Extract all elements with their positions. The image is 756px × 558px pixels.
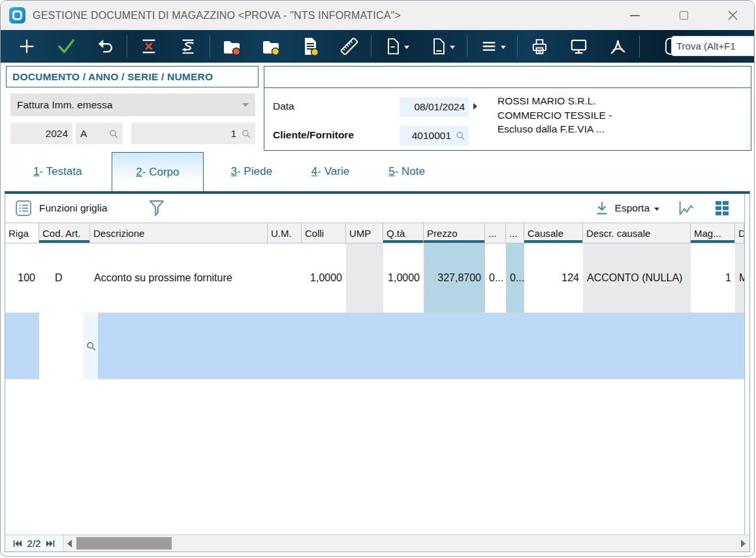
print-button[interactable] <box>520 30 559 63</box>
cell-causale[interactable]: 124 <box>524 243 583 313</box>
column-header-descr-causale[interactable]: Descr. causale <box>583 223 691 243</box>
column-header-riga[interactable]: Riga <box>5 223 39 243</box>
cell-riga[interactable]: 100 <box>5 243 39 313</box>
column-header-cod-art[interactable]: Cod. Art. <box>39 223 90 243</box>
column-header-colli[interactable]: Colli <box>302 223 346 243</box>
chevron-down-icon <box>450 46 455 49</box>
scroll-right-icon[interactable] <box>741 540 746 548</box>
cell-colli[interactable]: 1,0000 <box>302 243 346 313</box>
find-input[interactable]: Trova (Alt+F1 <box>671 36 754 56</box>
folder-yellow-icon <box>260 36 281 57</box>
cell-descr-causale[interactable]: ACCONTO (NULLA) <box>583 243 691 313</box>
delete-row-button[interactable] <box>129 30 168 63</box>
data-field[interactable]: 08/01/2024 <box>400 97 469 117</box>
detail-header-strip <box>264 67 751 88</box>
cod-art-edit-cell[interactable] <box>39 313 84 379</box>
tab-piede[interactable]: 3 - Piede <box>222 152 281 191</box>
column-header-qta[interactable]: Q.tà <box>383 223 424 243</box>
cliente-info: ROSSI MARIO S.R.L. COMMERCIO TESSILE - E… <box>497 94 612 136</box>
selected-row-remainder[interactable] <box>98 313 744 379</box>
search-icon[interactable] <box>456 131 465 140</box>
open-archive-button[interactable] <box>251 30 291 63</box>
grid-functions-icon[interactable] <box>14 199 33 217</box>
cell-um[interactable] <box>268 243 302 313</box>
menu-button[interactable] <box>469 30 515 63</box>
document-type-dropdown[interactable]: Fattura Imm. emessa <box>10 93 255 116</box>
chart-icon[interactable] <box>676 199 696 217</box>
horizontal-scrollbar[interactable] <box>63 535 749 551</box>
open-document-button[interactable] <box>212 30 251 63</box>
main-toolbar: Trova (Alt+F1 <box>1 30 754 63</box>
column-header-um[interactable]: U.M. <box>268 223 302 243</box>
document-panel: DOCUMENTO / ANNO / SERIE / NUMERO Fattur… <box>1 63 754 152</box>
document-options-button[interactable] <box>373 30 419 63</box>
anno-field[interactable]: 2024 <box>10 123 72 144</box>
export-button[interactable]: Esporta <box>593 200 659 217</box>
cell-qta[interactable]: 1,0000 <box>383 243 424 313</box>
numero-field[interactable]: 1 <box>131 123 255 144</box>
toolbar-separator <box>127 35 127 57</box>
column-header-dots1[interactable]: ... <box>485 223 506 243</box>
lookup-button[interactable] <box>84 313 98 379</box>
scroll-left-icon[interactable] <box>67 540 72 548</box>
cell-dots1[interactable]: 0... <box>485 243 506 313</box>
column-header-prezzo[interactable]: Prezzo <box>424 223 485 243</box>
document-type-value: Fattura Imm. emessa <box>17 99 112 111</box>
record-counter: 2/2 <box>27 538 41 549</box>
measure-button[interactable] <box>330 30 369 63</box>
first-record-icon[interactable] <box>12 539 22 548</box>
serie-field[interactable]: A <box>76 123 123 144</box>
toolbar-separator <box>210 35 210 57</box>
cell-mag[interactable]: 1 <box>691 243 735 313</box>
cell-prezzo[interactable]: 327,8700 <box>424 243 485 313</box>
last-record-icon[interactable] <box>46 539 55 548</box>
undo-button[interactable] <box>86 30 125 63</box>
close-button[interactable] <box>727 10 738 22</box>
window-title: GESTIONE DOCUMENTI DI MAGAZZINO <PROVA -… <box>33 10 401 22</box>
minimize-button[interactable] <box>629 10 640 22</box>
calendar-arrow-icon[interactable] <box>473 103 477 110</box>
vertical-scrollbar[interactable] <box>744 194 749 535</box>
selected-row-riga-cell[interactable] <box>5 313 39 379</box>
confirm-button[interactable] <box>46 30 86 63</box>
layout-blocks-icon[interactable] <box>713 199 731 217</box>
column-header-descrizione[interactable]: Descrizione <box>90 223 268 243</box>
grid-area: Funzioni griglia T Esporta Riga Cod. Art… <box>5 194 744 535</box>
document-list-button[interactable] <box>291 30 330 63</box>
pdf-button[interactable] <box>598 30 637 63</box>
document-footer-button[interactable] <box>419 30 465 63</box>
tab-testata[interactable]: 1 - Testata <box>24 152 91 191</box>
cell-dots2[interactable]: 0... <box>506 243 524 313</box>
filter-icon[interactable]: T <box>148 198 166 218</box>
tab-note[interactable]: 5 - Note <box>379 152 434 191</box>
column-header-dots2[interactable]: ... <box>506 223 524 243</box>
cliente-field[interactable]: 4010001 <box>400 126 469 146</box>
cell-d[interactable]: M <box>735 243 744 313</box>
column-header-causale[interactable]: Causale <box>524 223 583 243</box>
title-bar: GESTIONE DOCUMENTI DI MAGAZZINO <PROVA -… <box>1 1 754 30</box>
toolbar-separator <box>467 35 467 57</box>
pdf-icon <box>608 37 628 57</box>
tab-corpo[interactable]: 2 - Corpo <box>112 152 203 191</box>
cliente-info-line: Escluso dalla F.E.VIA ... <box>497 122 612 136</box>
tab-varie[interactable]: 4- Varie <box>302 152 358 191</box>
column-header-mag[interactable]: Mag... <box>691 223 735 243</box>
grid-row-new-selected[interactable] <box>5 313 744 379</box>
search-icon[interactable] <box>109 129 118 138</box>
scrollbar-thumb[interactable] <box>76 537 172 550</box>
column-header-ump[interactable]: UMP <box>346 223 383 243</box>
maximize-button[interactable] <box>678 10 689 22</box>
cell-cod-art[interactable]: D <box>39 243 90 313</box>
restore-row-button[interactable] <box>168 30 208 63</box>
printer-icon <box>529 37 550 57</box>
menu-icon <box>479 37 499 56</box>
cell-ump[interactable] <box>346 243 383 313</box>
new-button[interactable] <box>7 30 46 63</box>
column-header-d[interactable]: D <box>735 223 744 243</box>
cell-descrizione[interactable]: Acconto su prossime forniture <box>90 243 268 313</box>
search-icon[interactable] <box>242 129 251 138</box>
grid-row-1[interactable]: 100 D Acconto su prossime forniture 1,00… <box>5 243 744 313</box>
grid-functions-label: Funzioni griglia <box>39 202 107 214</box>
preview-button[interactable] <box>559 30 598 63</box>
grid-header: Riga Cod. Art. Descrizione U.M. Colli UM… <box>5 223 744 243</box>
